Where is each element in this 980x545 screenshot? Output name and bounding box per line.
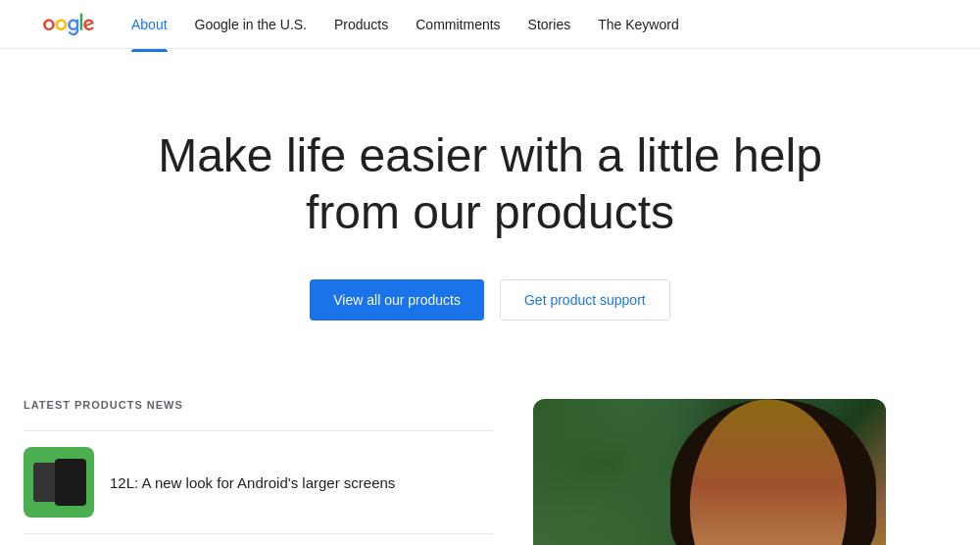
nav-link-about[interactable]: About [120, 11, 179, 38]
get-support-button[interactable]: Get product support [500, 279, 670, 321]
nav-link-google-us[interactable]: Google in the U.S. [183, 11, 318, 38]
nav-link-stories[interactable]: Stories [516, 11, 583, 38]
android-device-small [33, 463, 57, 502]
nav-item-stories[interactable]: Stories [516, 11, 583, 38]
news-column: LATEST PRODUCTS NEWS 12L: A new look for… [24, 399, 494, 545]
nav-link-keyword[interactable]: The Keyword [586, 11, 690, 38]
google-logo[interactable] [24, 13, 96, 36]
news-title-android: 12L: A new look for Android's larger scr… [110, 472, 395, 493]
news-item-pixel[interactable]: PixelFeatureDrop Snap at night, type res… [24, 534, 494, 545]
news-item-android[interactable]: 12L: A new look for Android's larger scr… [24, 430, 494, 534]
hero-section: Make life easier with a little help from… [0, 49, 980, 379]
news-text-android: 12L: A new look for Android's larger scr… [110, 472, 395, 493]
news-items: 12L: A new look for Android's larger scr… [24, 430, 494, 545]
image-column [533, 399, 956, 545]
nav-item-commitments[interactable]: Commitments [404, 11, 512, 38]
hero-buttons: View all our products Get product suppor… [20, 279, 960, 321]
nav-item-google-us[interactable]: Google in the U.S. [183, 11, 318, 38]
nav-links: About Google in the U.S. Products Commit… [120, 11, 691, 38]
latest-section: LATEST PRODUCTS NEWS 12L: A new look for… [0, 379, 980, 545]
nav-link-products[interactable]: Products [322, 11, 400, 38]
hero-heading: Make life easier with a little help from… [147, 127, 833, 240]
news-label: LATEST PRODUCTS NEWS [24, 399, 494, 411]
main-nav: About Google in the U.S. Products Commit… [0, 0, 980, 49]
android-device-large [55, 459, 86, 506]
nav-link-commitments[interactable]: Commitments [404, 11, 512, 38]
news-thumbnail-android [24, 447, 94, 518]
nav-item-keyword[interactable]: The Keyword [586, 11, 690, 38]
hero-image [533, 399, 886, 545]
nav-item-about[interactable]: About [120, 11, 179, 38]
view-products-button[interactable]: View all our products [310, 279, 484, 321]
nav-item-products[interactable]: Products [322, 11, 400, 38]
